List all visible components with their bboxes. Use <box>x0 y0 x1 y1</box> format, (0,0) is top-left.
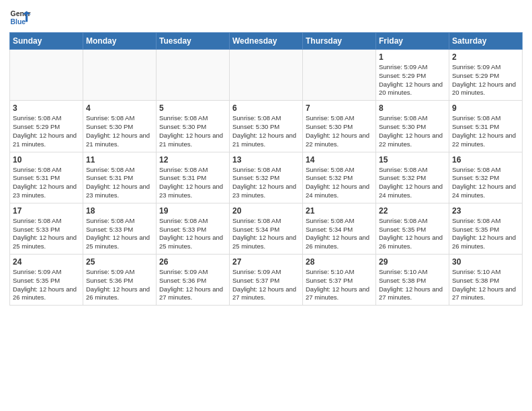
day-number: 25 <box>86 257 153 267</box>
calendar-cell: 16Sunrise: 5:08 AM Sunset: 5:32 PM Dayli… <box>449 152 523 203</box>
day-number: 15 <box>379 155 446 165</box>
day-info: Sunrise: 5:08 AM Sunset: 5:30 PM Dayligh… <box>306 114 373 148</box>
logo: General Blue <box>9 7 31 28</box>
day-number: 18 <box>86 206 153 216</box>
day-info: Sunrise: 5:08 AM Sunset: 5:30 PM Dayligh… <box>232 114 300 148</box>
calendar-day-header: Friday <box>376 33 449 50</box>
day-info: Sunrise: 5:10 AM Sunset: 5:37 PM Dayligh… <box>306 268 373 302</box>
day-number: 13 <box>232 155 300 165</box>
day-number: 5 <box>159 103 226 113</box>
day-info: Sunrise: 5:08 AM Sunset: 5:32 PM Dayligh… <box>452 166 519 200</box>
day-number: 27 <box>232 257 300 267</box>
logo-icon: General Blue <box>9 7 31 28</box>
calendar-cell: 6Sunrise: 5:08 AM Sunset: 5:30 PM Daylig… <box>230 101 303 152</box>
day-info: Sunrise: 5:08 AM Sunset: 5:33 PM Dayligh… <box>159 217 226 251</box>
day-number: 7 <box>306 103 373 113</box>
calendar-cell: 5Sunrise: 5:08 AM Sunset: 5:30 PM Daylig… <box>157 101 230 152</box>
day-info: Sunrise: 5:10 AM Sunset: 5:38 PM Dayligh… <box>452 268 519 302</box>
calendar-cell <box>230 50 303 101</box>
day-info: Sunrise: 5:09 AM Sunset: 5:29 PM Dayligh… <box>452 63 519 97</box>
day-info: Sunrise: 5:08 AM Sunset: 5:30 PM Dayligh… <box>159 114 226 148</box>
calendar-cell: 11Sunrise: 5:08 AM Sunset: 5:31 PM Dayli… <box>83 152 157 203</box>
day-info: Sunrise: 5:08 AM Sunset: 5:35 PM Dayligh… <box>379 217 446 251</box>
calendar-cell: 4Sunrise: 5:08 AM Sunset: 5:30 PM Daylig… <box>83 101 157 152</box>
calendar-day-header: Thursday <box>303 33 376 50</box>
day-info: Sunrise: 5:08 AM Sunset: 5:32 PM Dayligh… <box>306 166 373 200</box>
day-info: Sunrise: 5:08 AM Sunset: 5:34 PM Dayligh… <box>232 217 300 251</box>
day-number: 2 <box>452 52 519 62</box>
calendar-cell: 1Sunrise: 5:09 AM Sunset: 5:29 PM Daylig… <box>376 50 449 101</box>
day-info: Sunrise: 5:09 AM Sunset: 5:35 PM Dayligh… <box>13 268 80 302</box>
calendar-cell: 21Sunrise: 5:08 AM Sunset: 5:34 PM Dayli… <box>303 203 376 254</box>
calendar-cell <box>10 50 83 101</box>
calendar-cell: 10Sunrise: 5:08 AM Sunset: 5:31 PM Dayli… <box>10 152 83 203</box>
day-info: Sunrise: 5:08 AM Sunset: 5:33 PM Dayligh… <box>13 217 80 251</box>
calendar-cell: 20Sunrise: 5:08 AM Sunset: 5:34 PM Dayli… <box>230 203 303 254</box>
day-info: Sunrise: 5:08 AM Sunset: 5:30 PM Dayligh… <box>379 114 446 148</box>
day-number: 6 <box>232 103 300 113</box>
calendar-day-header: Sunday <box>10 33 83 50</box>
calendar-cell: 30Sunrise: 5:10 AM Sunset: 5:38 PM Dayli… <box>449 255 523 306</box>
calendar-cell: 14Sunrise: 5:08 AM Sunset: 5:32 PM Dayli… <box>303 152 376 203</box>
calendar-cell: 22Sunrise: 5:08 AM Sunset: 5:35 PM Dayli… <box>376 203 449 254</box>
day-number: 17 <box>13 206 80 216</box>
calendar-week-row: 17Sunrise: 5:08 AM Sunset: 5:33 PM Dayli… <box>10 203 523 254</box>
calendar-cell <box>157 50 230 101</box>
calendar-cell: 24Sunrise: 5:09 AM Sunset: 5:35 PM Dayli… <box>10 255 83 306</box>
calendar-cell: 8Sunrise: 5:08 AM Sunset: 5:30 PM Daylig… <box>376 101 449 152</box>
day-number: 26 <box>159 257 226 267</box>
calendar-cell: 28Sunrise: 5:10 AM Sunset: 5:37 PM Dayli… <box>303 255 376 306</box>
day-number: 9 <box>452 103 519 113</box>
calendar-day-header: Tuesday <box>157 33 230 50</box>
calendar-cell: 23Sunrise: 5:08 AM Sunset: 5:35 PM Dayli… <box>449 203 523 254</box>
calendar-cell: 12Sunrise: 5:08 AM Sunset: 5:31 PM Dayli… <box>157 152 230 203</box>
day-number: 11 <box>86 155 153 165</box>
day-number: 8 <box>379 103 446 113</box>
calendar-week-row: 10Sunrise: 5:08 AM Sunset: 5:31 PM Dayli… <box>10 152 523 203</box>
day-number: 10 <box>13 155 80 165</box>
day-number: 3 <box>13 103 80 113</box>
day-info: Sunrise: 5:08 AM Sunset: 5:32 PM Dayligh… <box>232 166 300 200</box>
day-info: Sunrise: 5:08 AM Sunset: 5:31 PM Dayligh… <box>13 166 80 200</box>
day-info: Sunrise: 5:09 AM Sunset: 5:29 PM Dayligh… <box>379 63 446 97</box>
day-number: 29 <box>379 257 446 267</box>
calendar-day-header: Saturday <box>449 33 523 50</box>
day-info: Sunrise: 5:08 AM Sunset: 5:34 PM Dayligh… <box>306 217 373 251</box>
calendar-cell: 27Sunrise: 5:09 AM Sunset: 5:37 PM Dayli… <box>230 255 303 306</box>
calendar-cell: 26Sunrise: 5:09 AM Sunset: 5:36 PM Dayli… <box>157 255 230 306</box>
day-number: 14 <box>306 155 373 165</box>
day-number: 23 <box>452 206 519 216</box>
day-info: Sunrise: 5:08 AM Sunset: 5:31 PM Dayligh… <box>86 166 153 200</box>
day-number: 22 <box>379 206 446 216</box>
day-info: Sunrise: 5:08 AM Sunset: 5:33 PM Dayligh… <box>86 217 153 251</box>
calendar-cell: 17Sunrise: 5:08 AM Sunset: 5:33 PM Dayli… <box>10 203 83 254</box>
day-info: Sunrise: 5:08 AM Sunset: 5:35 PM Dayligh… <box>452 217 519 251</box>
svg-text:Blue: Blue <box>11 18 26 26</box>
calendar-cell: 2Sunrise: 5:09 AM Sunset: 5:29 PM Daylig… <box>449 50 523 101</box>
day-info: Sunrise: 5:08 AM Sunset: 5:31 PM Dayligh… <box>159 166 226 200</box>
calendar-day-header: Monday <box>83 33 157 50</box>
day-number: 4 <box>86 103 153 113</box>
calendar-cell: 7Sunrise: 5:08 AM Sunset: 5:30 PM Daylig… <box>303 101 376 152</box>
day-number: 12 <box>159 155 226 165</box>
day-number: 30 <box>452 257 519 267</box>
calendar-cell <box>83 50 157 101</box>
day-info: Sunrise: 5:10 AM Sunset: 5:38 PM Dayligh… <box>379 268 446 302</box>
calendar-cell: 19Sunrise: 5:08 AM Sunset: 5:33 PM Dayli… <box>157 203 230 254</box>
calendar-week-row: 1Sunrise: 5:09 AM Sunset: 5:29 PM Daylig… <box>10 50 523 101</box>
calendar-day-header: Wednesday <box>230 33 303 50</box>
day-number: 28 <box>306 257 373 267</box>
day-info: Sunrise: 5:09 AM Sunset: 5:36 PM Dayligh… <box>159 268 226 302</box>
day-info: Sunrise: 5:08 AM Sunset: 5:31 PM Dayligh… <box>452 114 519 148</box>
calendar-table: SundayMondayTuesdayWednesdayThursdayFrid… <box>9 32 523 306</box>
calendar-week-row: 24Sunrise: 5:09 AM Sunset: 5:35 PM Dayli… <box>10 255 523 306</box>
calendar-week-row: 3Sunrise: 5:08 AM Sunset: 5:29 PM Daylig… <box>10 101 523 152</box>
calendar-cell: 25Sunrise: 5:09 AM Sunset: 5:36 PM Dayli… <box>83 255 157 306</box>
day-number: 20 <box>232 206 300 216</box>
day-number: 24 <box>13 257 80 267</box>
day-info: Sunrise: 5:08 AM Sunset: 5:29 PM Dayligh… <box>13 114 80 148</box>
calendar-header-row: SundayMondayTuesdayWednesdayThursdayFrid… <box>10 33 523 50</box>
page-header: General Blue <box>9 7 523 28</box>
page-container: General Blue SundayMondayTuesdayWednesda… <box>0 0 532 312</box>
calendar-cell: 13Sunrise: 5:08 AM Sunset: 5:32 PM Dayli… <box>230 152 303 203</box>
